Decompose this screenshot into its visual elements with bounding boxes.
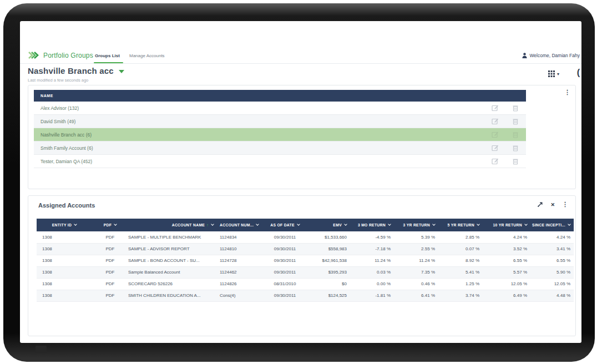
group-selector[interactable]: Nashville Branch acc — [28, 66, 124, 75]
return-3yr-cell: 2.55 % — [397, 243, 442, 255]
account-name-link[interactable]: SMITH CHILDREN EDUCATION A... — [128, 290, 217, 301]
trash-icon — [513, 132, 518, 138]
pdf-link[interactable]: PDF — [92, 243, 128, 255]
welcome-user[interactable]: Welcome, Damian Fahy — [522, 53, 580, 58]
edit-button[interactable] — [492, 158, 499, 165]
account-row: 1308 PDF Sample Balanced Account 1124462… — [37, 266, 574, 278]
account-number-link[interactable]: 1124728 — [217, 255, 261, 266]
edit-button[interactable] — [492, 131, 499, 138]
app-title: Portfolio Groups — [43, 52, 93, 59]
column-header-account-num[interactable]: ACCOUNT NUM... — [217, 219, 261, 231]
account-name-link[interactable]: Sample Balanced Account — [128, 266, 217, 278]
return-10yr-cell: 6.55 % — [486, 255, 530, 266]
group-row[interactable]: Tester, Damian QA (452) — [34, 155, 526, 168]
account-name-link[interactable]: SAMPLE - MULTIPLE BENCHMARK — [128, 231, 217, 243]
group-name-link[interactable]: Alex Advisor (132) — [41, 105, 492, 111]
layout-grid-menu[interactable]: ▾ — [548, 70, 559, 78]
edit-button[interactable] — [492, 118, 499, 125]
delete-button[interactable] — [513, 145, 518, 151]
entity-id-cell: 1308 — [37, 290, 92, 301]
return-3mo-cell: 0.00 % — [350, 278, 397, 290]
edit-button[interactable] — [492, 104, 499, 112]
account-name-link[interactable]: SAMPLE - ADVISOR REPORT — [128, 243, 217, 255]
trash-icon — [513, 145, 518, 151]
group-name-link[interactable]: David Smith (49) — [41, 119, 492, 124]
since-inception-cell: 4.24 % — [530, 231, 574, 243]
last-modified-text: Last modified a few seconds ago — [28, 78, 88, 83]
edit-icon — [492, 118, 499, 125]
kebab-menu-icon[interactable]: ⋮ — [562, 201, 568, 208]
as-of-date-cell: 09/30/2011 — [261, 266, 308, 278]
tab-manage-accounts[interactable]: Manage Accounts — [129, 53, 165, 58]
pdf-link[interactable]: PDF — [92, 278, 128, 290]
chevron-down-icon — [388, 223, 391, 226]
account-number-link[interactable]: 1124834 — [217, 231, 261, 243]
since-inception-cell: 6.55 % — [530, 255, 574, 266]
column-header-pdf[interactable]: PDF — [92, 219, 128, 231]
group-name-link[interactable]: Smith Family Account (6) — [41, 145, 492, 151]
assigned-accounts-title: Assigned Accounts — [38, 202, 95, 209]
account-number-link[interactable]: Cons(4) — [217, 290, 261, 301]
account-number-link[interactable]: 1124826 — [217, 278, 261, 290]
group-row[interactable]: David Smith (49) — [34, 115, 526, 128]
app-screen: Portfolio Groups Groups List Manage Acco… — [20, 21, 581, 343]
since-inception-cell: 12.05 % — [530, 278, 574, 290]
entity-id-cell: 1308 — [37, 243, 92, 255]
account-name-link[interactable]: SCORECARD 526226 — [128, 278, 217, 290]
column-header-10yr-return[interactable]: 10 YR RETURN — [486, 219, 530, 231]
device-frame: Portfolio Groups Groups List Manage Acco… — [0, 0, 597, 364]
chevron-down-icon — [524, 223, 528, 226]
app-header: Portfolio Groups Groups List Manage Acco… — [20, 47, 581, 64]
user-icon — [522, 53, 527, 58]
column-header-entity-id[interactable]: ENTITY ID — [37, 219, 92, 231]
return-3mo-cell: -7.18 % — [350, 243, 397, 255]
return-3mo-cell: 0.03 % — [350, 266, 397, 278]
entity-id-cell: 1308 — [37, 231, 92, 243]
entity-id-cell: 1308 — [37, 278, 92, 290]
close-icon[interactable]: ✕ — [550, 202, 555, 208]
account-name-link[interactable]: SAMPLE - BOND ACCOUNT - SU... — [128, 255, 217, 266]
tab-groups-list[interactable]: Groups List — [95, 53, 120, 58]
expand-icon[interactable] — [537, 201, 543, 208]
assigned-accounts-panel: Assigned Accounts ✕ ⋮ ENTITY — [28, 195, 576, 336]
delete-button[interactable] — [513, 118, 518, 125]
chevron-down-icon — [297, 223, 300, 226]
column-header-since-inception[interactable]: SINCE INCEPTI... — [530, 219, 574, 231]
return-10yr-cell: 3.52 % — [486, 243, 530, 255]
return-5yr-cell: 1.25 % — [442, 278, 486, 290]
pdf-link[interactable]: PDF — [92, 266, 128, 278]
chevron-down-icon — [114, 223, 117, 226]
pdf-link[interactable]: PDF — [92, 290, 128, 301]
delete-button[interactable] — [513, 105, 518, 112]
delete-button[interactable] — [513, 132, 518, 138]
group-name-link[interactable]: Nashville Branch acc (6) — [41, 132, 492, 138]
group-row[interactable]: Smith Family Account (6) — [34, 141, 526, 155]
group-row-selected[interactable]: Nashville Branch acc (6) — [34, 128, 526, 141]
page-title: Nashville Branch acc — [28, 66, 114, 75]
column-header-emv[interactable]: EMV — [308, 219, 350, 231]
return-5yr-cell: 8.92 % — [442, 255, 486, 266]
kebab-menu-icon[interactable]: ⋮ — [564, 89, 570, 95]
entity-id-cell: 1308 — [37, 266, 92, 278]
portfolio-groups-logo-icon — [28, 50, 40, 62]
pdf-link[interactable]: PDF — [92, 255, 128, 266]
edit-icon — [492, 104, 499, 112]
column-header-as-of-date[interactable]: AS OF DATE — [261, 219, 308, 231]
return-3yr-cell: 11.24 % — [397, 255, 442, 266]
account-number-link[interactable]: 1124810 — [217, 243, 261, 255]
return-5yr-cell: 5.41 % — [442, 266, 486, 278]
group-row[interactable]: Alex Advisor (132) — [34, 102, 526, 115]
pdf-link[interactable]: PDF — [92, 231, 128, 243]
delete-button[interactable] — [513, 158, 518, 165]
groups-panel: ⋮ NAME Alex Advisor (132) David — [28, 85, 576, 189]
column-header-3yr-return[interactable]: 3 YR RETURN — [397, 219, 442, 231]
column-header-5yr-return[interactable]: 5 YR RETURN — [442, 219, 486, 231]
edit-button[interactable] — [492, 144, 499, 151]
emv-cell: $42,961,538 — [308, 255, 350, 266]
account-number-link[interactable]: 1124462 — [217, 266, 261, 278]
emv-cell: $124,525 — [308, 290, 350, 301]
column-header-account-name[interactable]: ACCOUNT NAME↑ — [128, 219, 217, 231]
group-name-link[interactable]: Tester, Damian QA (452) — [41, 159, 492, 164]
welcome-text: Welcome, Damian Fahy — [529, 53, 580, 58]
column-header-3mo-return[interactable]: 3 MO RETURN — [350, 219, 397, 231]
